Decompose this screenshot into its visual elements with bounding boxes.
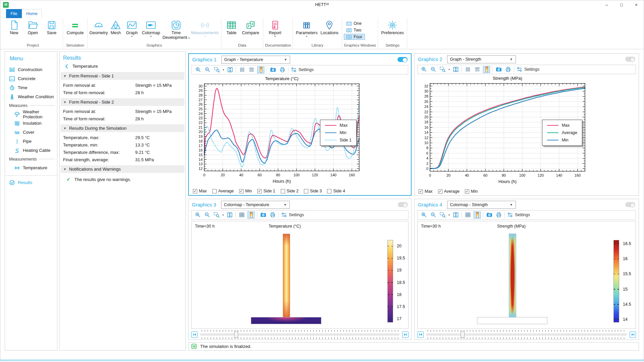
zoom-box-icon[interactable] <box>439 212 446 219</box>
locations-button[interactable]: Locations <box>319 19 340 35</box>
print-icon[interactable] <box>495 212 502 219</box>
sidebar-item-construction[interactable]: Construction <box>9 65 57 74</box>
checkbox-average[interactable]: Average <box>212 189 234 193</box>
parameters-button[interactable]: Parameters ▾ <box>294 19 319 38</box>
camera-icon[interactable] <box>269 66 276 73</box>
tab-home[interactable]: Home <box>22 9 42 18</box>
zoom-in-icon[interactable] <box>194 212 201 219</box>
tab-file[interactable]: File <box>6 9 22 18</box>
sidebar-item-concrete[interactable]: Concrete <box>9 74 57 83</box>
zoom-out-icon[interactable] <box>430 212 437 219</box>
checkbox-side-4[interactable]: Side 4 <box>327 189 345 193</box>
settings-button[interactable]: Settings <box>517 66 539 72</box>
minimize-button[interactable]: – <box>599 0 614 9</box>
sidebar-item-weather-condition[interactable]: Weather Condition <box>9 92 57 101</box>
sidebar-item-pipe[interactable]: Pipe <box>9 137 57 146</box>
table-button[interactable]: Table <box>223 19 240 35</box>
graphics-1-view-dropdown[interactable]: Graph - Temperature▼ <box>221 56 290 64</box>
settings-button[interactable]: Settings <box>507 212 530 218</box>
vertical-gridlines-icon[interactable] <box>464 66 471 73</box>
zoom-box-icon[interactable] <box>439 66 446 73</box>
checkbox-side-2[interactable]: Side 2 <box>281 189 299 193</box>
graphics-windows-one[interactable]: One <box>344 20 365 26</box>
section-notifications-warnings[interactable]: ▼Notifications and Warnings <box>61 165 184 173</box>
colorbar-toggle-icon[interactable] <box>248 212 255 219</box>
zoom-in-icon[interactable] <box>420 66 427 73</box>
chevron-down-icon[interactable]: ▾ <box>448 68 450 71</box>
mesh-button[interactable]: Mesh <box>108 19 123 35</box>
checkbox-max[interactable]: ✓Max <box>419 189 433 194</box>
checkbox-average[interactable]: ✓Average <box>438 189 460 194</box>
compute-button[interactable]: Compute <box>65 19 86 35</box>
sidebar-item-heating-cable[interactable]: Heating Cable <box>9 146 57 155</box>
time-slider-track[interactable] <box>426 330 627 339</box>
checkbox-min[interactable]: ✓Min <box>239 189 252 193</box>
time-slider-track[interactable] <box>200 330 399 339</box>
fit-view-icon[interactable] <box>452 66 459 73</box>
open-button[interactable]: Open <box>23 19 42 35</box>
print-icon[interactable] <box>504 66 512 73</box>
checkbox-min[interactable]: ✓Min <box>465 189 478 194</box>
maximize-button[interactable]: □ <box>614 0 629 9</box>
colorbar-toggle-icon[interactable] <box>257 66 264 73</box>
fit-view-icon[interactable] <box>226 66 233 73</box>
colorbar-toggle-icon[interactable] <box>483 66 490 73</box>
temperature-chart[interactable]: Temperature (°C)121314151617181920212223… <box>191 75 409 186</box>
fit-view-icon[interactable] <box>226 212 233 219</box>
close-button[interactable]: × <box>629 0 644 9</box>
section-form-removal-side1[interactable]: ▼Form Removal - Side 1 <box>61 72 184 80</box>
time-step-forward-button[interactable] <box>402 331 409 338</box>
time-slider-thumb[interactable] <box>461 331 465 338</box>
graphics-1-toggle[interactable] <box>397 57 408 62</box>
back-chevron-icon[interactable] <box>64 64 68 69</box>
horizontal-gridlines-icon[interactable] <box>248 66 255 73</box>
graphics-windows-four[interactable]: Four <box>344 34 365 40</box>
graphics-4-toggle[interactable] <box>625 202 635 207</box>
checkbox-max[interactable]: ✓Max <box>193 189 207 193</box>
sidebar-item-results[interactable]: Results <box>9 178 57 187</box>
checkbox-side-3[interactable]: Side 3 <box>304 189 322 193</box>
camera-icon[interactable] <box>486 212 493 219</box>
graph-button[interactable]: Graph ▾ <box>123 19 140 38</box>
graphics-2-view-dropdown[interactable]: Graph - Strength▼ <box>447 55 516 63</box>
sidebar-item-temperature[interactable]: Temperature <box>9 163 57 172</box>
zoom-box-icon[interactable] <box>213 212 220 219</box>
temperature-colormap-plot[interactable]: Time=30 h Temperature (°C) 2019.51918.51… <box>191 221 409 329</box>
mesh-grid-icon[interactable] <box>464 212 471 219</box>
section-form-removal-side2[interactable]: ▼Form Removal - Side 2 <box>61 98 184 106</box>
sidebar-item-cover[interactable]: Cover <box>9 128 57 137</box>
chevron-down-icon[interactable]: ▾ <box>222 214 224 217</box>
geometry-button[interactable]: Geometry <box>89 19 108 35</box>
graphics-4-view-dropdown[interactable]: Colormap - Strength▼ <box>447 201 516 209</box>
graphics-3-view-dropdown[interactable]: Colormap - Temperature▼ <box>221 201 290 209</box>
time-step-back-button[interactable] <box>191 331 198 338</box>
colormap-button[interactable]: Colormap ▾ <box>140 19 162 38</box>
new-button[interactable]: New <box>5 19 23 35</box>
colormap-dropdown-caret[interactable]: ▾ <box>150 35 152 38</box>
graphics-3-panel[interactable]: Graphics 3 Colormap - Temperature▼ ▾Sett… <box>188 199 412 340</box>
zoom-in-icon[interactable] <box>420 212 427 219</box>
fit-view-icon[interactable] <box>452 212 459 219</box>
graphics-3-toggle[interactable] <box>398 202 408 207</box>
time-slider-thumb[interactable] <box>234 331 238 338</box>
graphics-2-panel[interactable]: Graphics 2 Graph - Strength▼ ▾Settings S… <box>414 53 639 196</box>
time-step-forward-button[interactable] <box>630 331 636 338</box>
graphics-2-toggle[interactable] <box>625 57 635 62</box>
time-step-back-button[interactable] <box>417 331 424 338</box>
horizontal-gridlines-icon[interactable] <box>474 66 481 73</box>
graphics-4-panel[interactable]: Graphics 4 Colormap - Strength▼ ▾Setting… <box>414 199 639 340</box>
sidebar-item-insulation[interactable]: Insulation <box>9 119 57 128</box>
graph-dropdown-caret[interactable]: ▾ <box>131 35 132 38</box>
sidebar-item-weather-protection[interactable]: Weather Protection <box>9 110 57 119</box>
camera-icon[interactable] <box>495 66 502 73</box>
zoom-out-icon[interactable] <box>204 66 211 73</box>
mesh-grid-icon[interactable] <box>238 212 245 219</box>
chevron-down-icon[interactable]: ▾ <box>448 214 450 217</box>
chevron-down-icon[interactable]: ▾ <box>223 68 224 71</box>
print-icon[interactable] <box>269 212 276 219</box>
zoom-out-icon[interactable] <box>204 212 211 219</box>
graphics-1-panel[interactable]: Graphics 1 Graph - Temperature▼ ▾Setting… <box>188 53 412 196</box>
checkbox-side-1[interactable]: ✓Side 1 <box>257 189 275 193</box>
compare-button[interactable]: Compare <box>240 19 261 35</box>
save-button[interactable]: Save <box>42 19 61 35</box>
